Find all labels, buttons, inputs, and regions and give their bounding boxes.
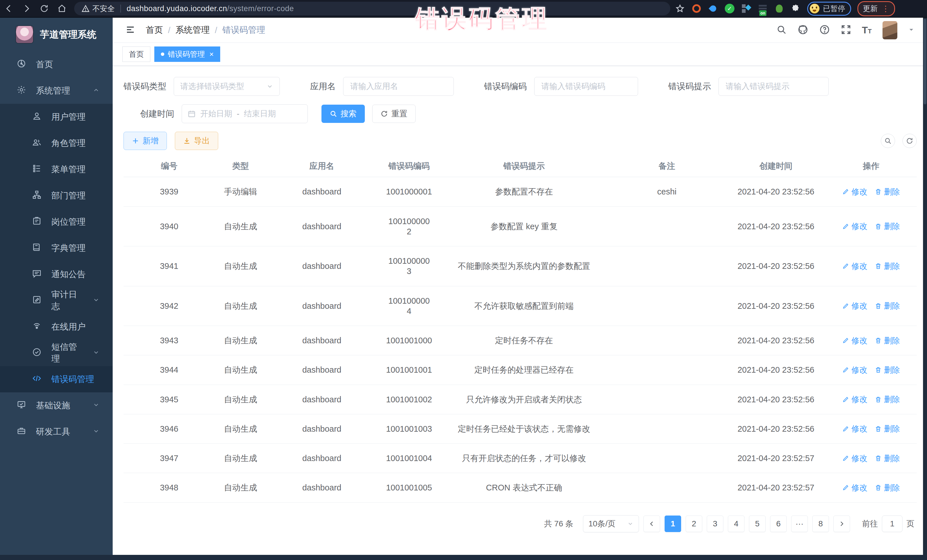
app-name-input[interactable] bbox=[343, 82, 453, 91]
sidebar-item-5[interactable]: 部门管理 bbox=[0, 182, 112, 209]
help-icon[interactable] bbox=[819, 24, 830, 36]
extension-blocks-icon[interactable] bbox=[741, 3, 751, 14]
page-button-1[interactable]: 1 bbox=[664, 516, 681, 532]
edit-link[interactable]: 修改 bbox=[842, 424, 868, 434]
fontsize-icon[interactable]: TT bbox=[862, 24, 872, 36]
sidebar-item-6[interactable]: 岗位管理 bbox=[0, 209, 112, 235]
delete-link[interactable]: 删除 bbox=[875, 261, 900, 271]
reload-icon[interactable] bbox=[35, 1, 53, 16]
reset-button[interactable]: 重置 bbox=[372, 105, 416, 123]
error-type-select[interactable]: 请选择错误码类型 bbox=[174, 77, 280, 96]
error-msg-input[interactable] bbox=[719, 82, 828, 91]
delete-link[interactable]: 删除 bbox=[875, 335, 900, 346]
sidebar-item-1[interactable]: 系统管理 bbox=[0, 77, 112, 104]
sidebar-item-3[interactable]: 角色管理 bbox=[0, 130, 112, 156]
extensions-puzzle-icon[interactable] bbox=[791, 3, 801, 14]
edit-link[interactable]: 修改 bbox=[842, 483, 868, 493]
sidebar-item-12[interactable]: 错误码管理 bbox=[0, 366, 112, 392]
not-secure-warning[interactable]: 不安全 bbox=[82, 4, 115, 14]
breadcrumb-home[interactable]: 首页 bbox=[146, 24, 163, 36]
scrollbar-thumb[interactable] bbox=[924, 19, 926, 104]
extension-on-badge-icon[interactable]: on bbox=[758, 3, 768, 14]
collapse-sidebar-icon[interactable] bbox=[125, 24, 135, 36]
sidebar-item-8[interactable]: 通知公告 bbox=[0, 261, 112, 287]
avatar[interactable] bbox=[883, 21, 897, 39]
refresh-table-icon[interactable] bbox=[903, 134, 917, 148]
address-bar[interactable]: 不安全 dashboard.yudao.iocoder.cn/system/er… bbox=[74, 2, 670, 15]
browser-profile-chip[interactable]: 已暂停 bbox=[807, 2, 851, 16]
home-icon[interactable] bbox=[53, 1, 71, 16]
goto-page-input[interactable]: 1 bbox=[882, 516, 903, 532]
sidebar-item-13[interactable]: 基础设施 bbox=[0, 392, 112, 419]
edit-link[interactable]: 修改 bbox=[842, 453, 868, 463]
show-search-icon[interactable] bbox=[881, 134, 895, 148]
delete-link[interactable]: 删除 bbox=[875, 365, 900, 375]
table-tools bbox=[881, 134, 917, 148]
add-button[interactable]: 新增 bbox=[123, 132, 167, 150]
sidebar-item-9[interactable]: 审计日志 bbox=[0, 287, 112, 314]
breadcrumb-system[interactable]: 系统管理 bbox=[175, 24, 210, 36]
sidebar-item-4[interactable]: 菜单管理 bbox=[0, 156, 112, 182]
date-range-picker[interactable]: 开始日期 - 结束日期 bbox=[182, 104, 308, 123]
export-button[interactable]: 导出 bbox=[175, 132, 218, 150]
tab-error-code[interactable]: 错误码管理 × bbox=[154, 47, 220, 62]
delete-link[interactable]: 删除 bbox=[875, 187, 900, 197]
table-row: 3945自动生成dashboard1001001002只允许修改为开启或者关闭状… bbox=[123, 385, 917, 414]
extension-orange-icon[interactable] bbox=[691, 3, 702, 14]
github-icon[interactable] bbox=[798, 24, 808, 36]
search-icon[interactable] bbox=[777, 24, 787, 36]
back-icon[interactable] bbox=[0, 1, 18, 16]
caret-down-icon[interactable] bbox=[908, 27, 915, 34]
sidebar-item-14[interactable]: 研发工具 bbox=[0, 419, 112, 445]
extension-drop-icon[interactable] bbox=[708, 3, 718, 14]
edit-icon bbox=[842, 223, 849, 230]
error-code-input[interactable] bbox=[535, 82, 638, 91]
edit-link[interactable]: 修改 bbox=[842, 261, 868, 271]
prev-page-button[interactable] bbox=[643, 516, 660, 532]
edit-link[interactable]: 修改 bbox=[842, 365, 868, 375]
cell-type: 自动生成 bbox=[215, 252, 266, 281]
edit-link[interactable]: 修改 bbox=[842, 187, 868, 197]
toolbar: 新增 导出 bbox=[123, 132, 917, 150]
page-button-2[interactable]: 2 bbox=[686, 516, 702, 532]
page-scrollbar[interactable] bbox=[923, 18, 927, 560]
browser-update-button[interactable]: 更新 ⋮ bbox=[857, 1, 895, 16]
table-header-row: 编号类型应用名错误码编码错误码提示备注创建时间操作 bbox=[123, 156, 917, 177]
page-button-4[interactable]: 4 bbox=[728, 516, 745, 532]
url-text[interactable]: dashboard.yudao.iocoder.cn/system/error-… bbox=[127, 4, 294, 13]
fullscreen-icon[interactable] bbox=[841, 24, 851, 36]
edit-icon bbox=[842, 455, 849, 461]
page-button-6[interactable]: 6 bbox=[770, 516, 787, 532]
browser-menu-icon[interactable]: ⋮ bbox=[881, 4, 890, 14]
edit-link[interactable]: 修改 bbox=[842, 301, 868, 311]
next-page-button[interactable] bbox=[833, 516, 850, 532]
sidebar-item-10[interactable]: 在线用户 bbox=[0, 314, 112, 340]
more-pages-button[interactable]: ··· bbox=[791, 516, 808, 532]
delete-link[interactable]: 删除 bbox=[875, 424, 900, 434]
sidebar-item-7[interactable]: 字典管理 bbox=[0, 235, 112, 261]
close-tab-icon[interactable]: × bbox=[209, 50, 214, 59]
edit-link[interactable]: 修改 bbox=[842, 395, 868, 404]
sidebar-item-11[interactable]: 短信管理 bbox=[0, 340, 112, 366]
page-button-3[interactable]: 3 bbox=[707, 516, 723, 532]
page-button-5[interactable]: 5 bbox=[749, 516, 766, 532]
forward-icon[interactable] bbox=[18, 1, 35, 16]
delete-link[interactable]: 删除 bbox=[875, 395, 900, 404]
tab-home[interactable]: 首页 bbox=[122, 47, 150, 62]
delete-link[interactable]: 删除 bbox=[875, 453, 900, 463]
page-button-8[interactable]: 8 bbox=[812, 516, 829, 532]
extension-green-icon[interactable]: ✓ bbox=[725, 3, 735, 14]
extension-sprout-icon[interactable] bbox=[774, 3, 784, 14]
delete-link[interactable]: 删除 bbox=[875, 301, 900, 311]
delete-link[interactable]: 删除 bbox=[875, 483, 900, 493]
bookmark-star-icon[interactable] bbox=[675, 3, 685, 14]
edit-link[interactable]: 修改 bbox=[842, 221, 868, 231]
edit-link[interactable]: 修改 bbox=[842, 335, 868, 346]
search-button[interactable]: 搜索 bbox=[321, 105, 365, 123]
sidebar-item-0[interactable]: 首页 bbox=[0, 51, 112, 77]
logo[interactable]: 芋道管理系统 bbox=[0, 18, 112, 51]
sidebar-item-2[interactable]: 用户管理 bbox=[0, 104, 112, 130]
delete-link[interactable]: 删除 bbox=[875, 221, 900, 231]
page-size-select[interactable]: 10条/页 bbox=[583, 515, 639, 532]
cell-code: 1001001005 bbox=[377, 473, 441, 502]
